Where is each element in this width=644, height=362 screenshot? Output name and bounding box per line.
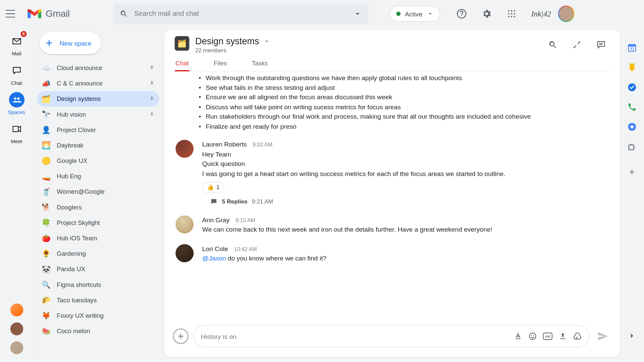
sidebar-space-cloud-announce[interactable]: ☁️ Cloud announce: [37, 60, 159, 76]
drive-icon[interactable]: [573, 332, 582, 341]
send-button[interactable]: [594, 327, 611, 345]
search-input[interactable]: [134, 10, 353, 18]
chevron-down-icon[interactable]: [263, 38, 270, 45]
pinned-dm-avatar[interactable]: [10, 304, 23, 316]
space-emoji-icon: 📣: [41, 79, 51, 88]
sidebar-space-hub-ios-team[interactable]: 🍅 Hub iOS Team: [37, 231, 159, 246]
tune-icon[interactable]: [353, 9, 362, 18]
rail-mail[interactable]: 4 Mail: [3, 31, 30, 59]
sidebar-space-design-systems[interactable]: 🗂️ Design systems: [37, 91, 159, 107]
sidebar-space-figma-shortcuts[interactable]: 🔍 Figma shortcuts: [37, 277, 159, 292]
space-search-button[interactable]: [544, 36, 561, 53]
rail-meet[interactable]: Meet: [3, 119, 30, 147]
add-attachment-button[interactable]: [173, 328, 189, 344]
reaction-chip[interactable]: 👍 1: [202, 182, 224, 193]
tasks-icon[interactable]: [627, 82, 637, 92]
mail-icon: [12, 38, 21, 45]
send-icon: [597, 330, 608, 342]
format-icon[interactable]: [514, 332, 523, 341]
space-name: Hub iOS Team: [57, 235, 97, 242]
open-chat-button[interactable]: [592, 36, 609, 53]
svg-point-9: [514, 16, 515, 17]
sidebar-space-google-ux[interactable]: 🟡 Google UX: [37, 153, 159, 169]
new-space-button[interactable]: + New space: [40, 32, 101, 54]
svg-point-10: [14, 98, 16, 100]
sidebar-space-foxxy-ux-writing[interactable]: 🦊 Foxxy UX writing: [37, 308, 159, 323]
space-name: Daybreak: [57, 142, 84, 149]
member-count: 22 members: [195, 47, 270, 54]
sidebar-space-panda-ux[interactable]: 🐼 Panda UX: [37, 261, 159, 277]
sidebar-space-hub-vision[interactable]: 🔭 Hub vision: [37, 107, 159, 122]
maps-icon[interactable]: [627, 122, 637, 131]
sidebar-space-dooglers[interactable]: 🐕 Dooglers: [37, 199, 159, 215]
get-addons-button[interactable]: ＋: [627, 165, 637, 178]
sidebar-space-c-c-announce[interactable]: 📣 C & C announce: [37, 76, 159, 91]
chevron-right-icon[interactable]: [627, 331, 637, 341]
upload-icon[interactable]: [558, 332, 567, 341]
mention[interactable]: @Jason: [202, 255, 226, 262]
composer-input[interactable]: [201, 333, 508, 340]
tab-chat[interactable]: Chat: [175, 60, 190, 71]
sidebar-space-project-clover[interactable]: 👤 Project Clover: [37, 122, 159, 137]
rail-chat[interactable]: Chat: [3, 60, 30, 89]
sidebar-space-hub-eng[interactable]: 🚤 Hub Eng: [37, 169, 159, 184]
collapse-button[interactable]: [568, 36, 585, 53]
pin-icon[interactable]: [149, 64, 155, 71]
sidebar-space-women-google[interactable]: 🥤 Women@Google: [37, 184, 159, 199]
status-pill[interactable]: Active: [390, 6, 440, 21]
chat-icon: [12, 66, 21, 75]
avatar: [175, 140, 194, 158]
thread-replies[interactable]: 5 Replies 9:21 AM: [210, 197, 609, 206]
space-name: Project Skylight: [57, 219, 100, 226]
account-avatar[interactable]: [558, 6, 574, 22]
svg-point-4: [508, 13, 509, 14]
svg-point-6: [514, 13, 515, 14]
search-bar[interactable]: [114, 3, 368, 24]
collapse-icon: [572, 40, 582, 49]
calendar-icon[interactable]: 31: [627, 43, 637, 52]
sidebar-space-taco-tuesdays[interactable]: 🌮 Taco tuesdays: [37, 292, 159, 308]
contacts-icon[interactable]: [627, 102, 637, 112]
tab-tasks[interactable]: Tasks: [251, 60, 269, 71]
space-name: Design systems: [57, 96, 101, 103]
rail-label: Meet: [11, 138, 22, 144]
pinned-dm-avatar[interactable]: [10, 322, 23, 335]
gear-icon: [481, 9, 492, 19]
apps-button[interactable]: [503, 5, 520, 22]
pinned-dm-avatar[interactable]: [10, 341, 23, 354]
tab-files[interactable]: Files: [213, 60, 227, 71]
svg-point-14: [533, 335, 534, 336]
sidebar-space-daybreak[interactable]: 🌅 Daybreak: [37, 137, 159, 153]
meet-icon: [12, 126, 21, 133]
avatar: [175, 215, 194, 233]
svg-point-5: [511, 13, 512, 14]
support-button[interactable]: [453, 5, 470, 22]
sidebar-space-coco-melon[interactable]: 🍉 Coco melon: [37, 323, 159, 339]
pin-icon[interactable]: [149, 80, 155, 87]
keep-icon[interactable]: [627, 63, 637, 72]
bullet-item: Ensure we are all aligned on the focus a…: [199, 93, 609, 102]
addons-icon[interactable]: [627, 142, 637, 151]
bullet-item: Discuss who will take point on writing s…: [199, 102, 609, 112]
gif-icon[interactable]: GIF: [543, 333, 552, 340]
main-menu-button[interactable]: [2, 5, 19, 22]
space-emoji-icon: 🔍: [41, 280, 51, 289]
settings-button[interactable]: [478, 5, 495, 22]
gmail-logo[interactable]: Gmail: [28, 8, 70, 19]
reaction-count: 1: [216, 183, 219, 191]
new-space-label: New space: [59, 39, 91, 47]
svg-point-1: [508, 10, 509, 11]
rail-label: Mail: [12, 51, 21, 57]
pin-icon[interactable]: [149, 111, 155, 118]
message-composer[interactable]: GIF: [194, 325, 589, 348]
space-name: Hub Eng: [57, 173, 81, 180]
emoji-icon[interactable]: [528, 332, 537, 341]
rail-spaces[interactable]: Spaces: [3, 89, 30, 118]
space-emoji-icon: 🔭: [41, 110, 51, 119]
avatar: [175, 244, 194, 262]
space-name: Google UX: [57, 157, 87, 164]
bullet-item: Finalize and get ready for preso: [199, 121, 609, 131]
sidebar-space-gardening[interactable]: 🌻 Gardening: [37, 246, 159, 261]
sidebar-space-project-skylight[interactable]: 🍀 Project Skylight: [37, 215, 159, 230]
pin-icon[interactable]: [149, 96, 155, 103]
